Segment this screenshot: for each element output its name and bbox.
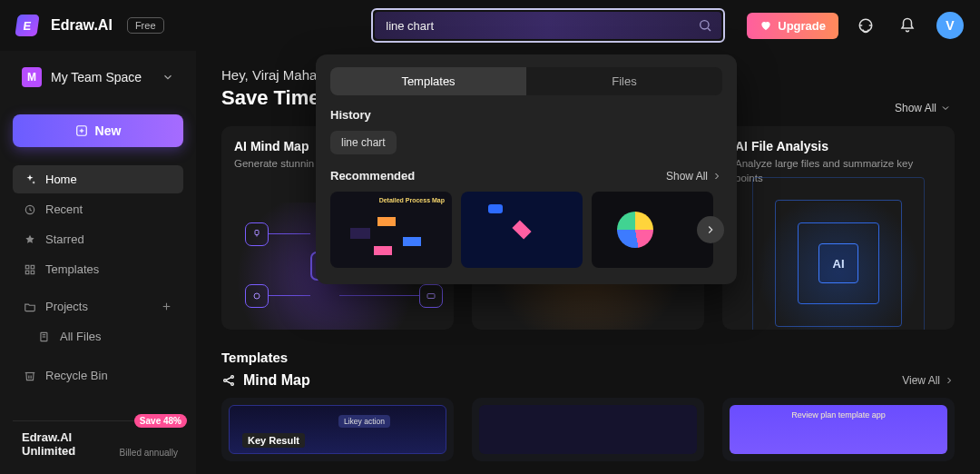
star-icon <box>24 233 36 246</box>
card-art: AI <box>722 202 955 330</box>
template-thumb: Review plan template app <box>730 405 947 454</box>
hero-show-all[interactable]: Show All <box>895 102 951 114</box>
topbar: E Edraw.AI Free Upgrade V <box>0 0 980 51</box>
sidebar-section-projects[interactable]: Projects <box>13 292 183 321</box>
sidebar: M My Team Space New Home Recent Starred … <box>0 51 196 474</box>
view-all-label: View All <box>902 374 940 387</box>
free-badge: Free <box>127 17 164 34</box>
svg-point-18 <box>254 293 260 299</box>
clock-icon <box>24 203 36 216</box>
sidebar-nav: Home Recent Starred Templates Projects A… <box>13 165 183 390</box>
chevron-right-icon <box>711 171 722 182</box>
thumb-text: Detailed Process Map <box>379 197 445 203</box>
sidebar-item-recent[interactable]: Recent <box>13 195 183 223</box>
mindmap-label: Mind Map <box>243 372 310 389</box>
sidebar-item-recycle[interactable]: Recycle Bin <box>13 361 183 390</box>
chevron-down-icon <box>162 71 174 84</box>
recommended-card[interactable]: Detailed Process Map <box>330 192 452 268</box>
svg-point-21 <box>231 376 234 379</box>
workspace-selector[interactable]: M My Team Space <box>13 62 183 93</box>
tab-templates[interactable]: Templates <box>330 67 526 95</box>
svg-rect-7 <box>25 265 29 269</box>
mindmap-section-header: Mind Map View All <box>221 372 955 389</box>
svg-line-24 <box>226 381 230 384</box>
svg-rect-19 <box>427 294 435 299</box>
svg-rect-8 <box>31 265 34 269</box>
new-label: New <box>95 123 122 138</box>
carousel-next-button[interactable] <box>697 216 724 243</box>
recommended-show-all[interactable]: Show All <box>666 170 722 183</box>
sparkle-icon <box>24 173 36 186</box>
templates-heading: Templates <box>221 350 955 365</box>
chevron-right-icon <box>944 375 955 386</box>
heart-icon <box>760 19 772 32</box>
brand-name: Edraw.AI <box>51 17 113 34</box>
recommended-row: Detailed Process Map <box>330 192 722 268</box>
sidebar-item-all-files[interactable]: All Files <box>13 322 183 351</box>
template-card[interactable] <box>472 398 704 461</box>
files-icon <box>38 331 51 343</box>
sidebar-item-starred[interactable]: Starred <box>13 225 183 253</box>
svg-rect-10 <box>31 271 34 274</box>
history-chip[interactable]: line chart <box>330 131 397 154</box>
svg-line-23 <box>226 378 230 380</box>
tab-files[interactable]: Files <box>526 67 722 95</box>
avatar[interactable]: V <box>936 12 964 39</box>
recommended-row-wrap: Detailed Process Map <box>330 192 722 268</box>
search-box[interactable] <box>371 8 725 43</box>
card-ai-file-analysis[interactable]: AI File Analysis Analyze large files and… <box>722 126 955 330</box>
sidebar-item-label: Recent <box>45 202 83 216</box>
sidebar-item-label: Starred <box>45 232 84 246</box>
thumb-text: Key Result <box>242 433 305 448</box>
svg-rect-9 <box>25 271 29 274</box>
workspace-name: My Team Space <box>51 70 142 84</box>
plan-card[interactable]: Save 48% Edraw.AI Unlimited Billed annua… <box>13 420 183 463</box>
sidebar-item-label: All Files <box>60 330 102 343</box>
recommended-card[interactable] <box>461 192 583 268</box>
trash-icon <box>24 370 36 382</box>
svg-line-1 <box>708 28 710 31</box>
plus-icon <box>75 124 88 137</box>
template-thumb: Likey action Key Result <box>229 405 446 454</box>
avatar-initial: V <box>946 18 954 33</box>
folder-icon <box>24 301 36 313</box>
sidebar-item-label: Recycle Bin <box>45 369 108 382</box>
new-button[interactable]: New <box>13 114 183 147</box>
search-icon <box>698 18 712 33</box>
node-icon <box>419 284 443 308</box>
template-card[interactable]: Likey action Key Result <box>221 398 454 461</box>
svg-point-22 <box>231 383 234 386</box>
thumb-text: Review plan template app <box>791 410 886 420</box>
template-thumb <box>479 405 697 454</box>
recommended-heading: Recommended <box>330 169 415 183</box>
sidebar-item-home[interactable]: Home <box>13 165 183 193</box>
search-input[interactable] <box>375 12 721 39</box>
dropdown-tabs: Templates Files <box>330 67 722 95</box>
node-icon <box>245 222 269 246</box>
workspace-badge: M <box>22 67 42 87</box>
support-icon[interactable] <box>851 11 880 40</box>
mindmap-section-title: Mind Map <box>221 372 310 389</box>
sidebar-item-templates[interactable]: Templates <box>13 255 183 283</box>
upgrade-label: Upgrade <box>778 19 826 33</box>
search-dropdown: Templates Files History line chart Recom… <box>316 54 737 284</box>
plan-billed: Billed annually <box>120 448 179 458</box>
recommended-card[interactable] <box>592 192 713 268</box>
upgrade-button[interactable]: Upgrade <box>747 13 838 39</box>
plan-line1: Edraw.AI <box>22 430 174 444</box>
bell-icon[interactable] <box>893 11 922 40</box>
sidebar-item-label: Templates <box>45 262 99 276</box>
show-all-label: Show All <box>666 170 708 183</box>
show-all-label: Show All <box>895 102 936 114</box>
template-cards: Likey action Key Result Review plan temp… <box>221 398 955 461</box>
logo-icon: E <box>15 15 39 36</box>
node-icon <box>245 284 269 308</box>
pie-icon <box>617 212 653 248</box>
svg-point-20 <box>224 380 227 382</box>
ai-badge: AI <box>818 243 858 283</box>
add-project-icon[interactable] <box>161 301 172 312</box>
template-card[interactable]: Review plan template app <box>722 398 955 461</box>
svg-point-0 <box>701 21 709 29</box>
view-all-button[interactable]: View All <box>902 374 955 387</box>
save-badge: Save 48% <box>134 414 187 428</box>
